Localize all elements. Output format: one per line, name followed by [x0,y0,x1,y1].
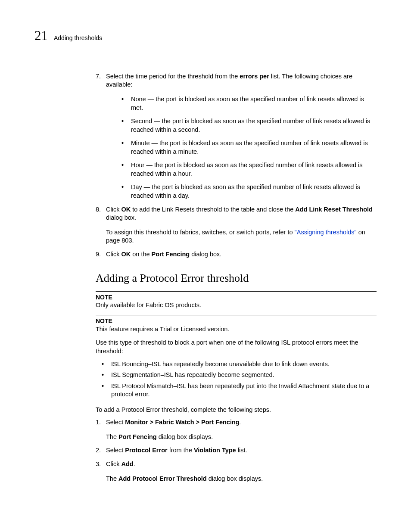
bold-text: Monitor > Fabric Watch > Port Fencing [125,419,239,426]
bold-text: OK [121,251,131,258]
text: on the [131,251,151,258]
step-8: 8. Click OK to add the Link Resets thres… [96,205,377,245]
note-label: NOTE [96,317,377,325]
step-followup: To assign this threshold to fabrics, swi… [106,228,377,245]
step-marker: 9. [96,250,101,259]
text: Select [106,447,125,454]
time-period-options: None — the port is blocked as soon as th… [121,95,377,200]
proc-step-3: 3. Click Add. The Add Protocol Error Thr… [96,460,377,483]
step-marker: 8. [96,205,101,214]
list-item: Second — the port is blocked as soon as … [121,117,377,134]
bold-text: Protocol Error [125,447,167,454]
isl-error-list: ISL Bouncing–ISL has repeatedly become u… [102,360,377,399]
list-item: ISL Bouncing–ISL has repeatedly become u… [102,360,377,369]
bold-text: Add Protocol Error Threshold [118,475,207,482]
content-column: 7. Select the time period for the thresh… [96,72,377,483]
chapter-number: 21 [34,27,48,45]
bold-text: errors per [240,73,269,80]
bold-text: Violation Type [194,447,236,454]
italic-text: . [240,419,241,426]
step-text: Click Add. [106,460,377,469]
paragraph: To add a Protocol Error threshold, compl… [96,406,377,414]
step-9: 9. Click OK on the Port Fencing dialog b… [96,250,377,259]
proc-step-2: 2. Select Protocol Error from the Violat… [96,446,377,455]
note-rule [96,291,377,292]
text: dialog box displays. [207,475,263,482]
step-followup: The Add Protocol Error Threshold dialog … [106,475,377,483]
step-followup: The Port Fencing dialog box displays. [106,433,377,442]
procedure-steps-list: 1. Select Monitor > Fabric Watch > Port … [96,418,377,483]
note-text: This feature requires a Trial or License… [96,325,377,334]
text: to add the Link Resets threshold to the … [131,206,295,213]
text: dialog box. [190,251,221,258]
step-7: 7. Select the time period for the thresh… [96,72,377,200]
text: dialog box. [106,214,136,221]
text: Click [106,460,121,467]
list-item: None — the port is blocked as soon as th… [121,95,377,112]
step-text: Select Protocol Error from the Violation… [106,446,377,455]
continued-steps-list: 7. Select the time period for the thresh… [96,72,377,259]
text: Click [106,206,121,213]
note-rule [96,315,377,315]
section-heading: Adding a Protocol Error threshold [96,271,377,286]
note-label: NOTE [96,293,377,302]
text: Select the time period for the threshold… [106,73,240,80]
step-marker: 2. [96,446,101,455]
step-marker: 3. [96,460,101,469]
page: 21 Adding thresholds 7. Select the time … [0,0,411,532]
text: Select [106,419,125,426]
cross-reference-link[interactable]: "Assigning thresholds" [295,229,357,236]
step-text: Click OK to add the Link Resets threshol… [106,205,377,222]
note-block: NOTE Only available for Fabric OS produc… [96,291,377,310]
step-marker: 1. [96,418,101,427]
text: To assign this threshold to fabrics, swi… [106,229,295,236]
step-text: Click OK on the Port Fencing dialog box. [106,250,377,259]
bold-text: Add [121,460,133,467]
text: list. [236,447,247,454]
list-item: ISL Protocol Mismatch–ISL has been repea… [102,382,377,399]
text: The [106,475,118,482]
text: Click [106,251,121,258]
bold-text: Port Fencing [118,433,157,440]
note-block: NOTE This feature requires a Trial or Li… [96,315,377,333]
proc-step-1: 1. Select Monitor > Fabric Watch > Port … [96,418,377,441]
list-item: Day — the port is blocked as soon as the… [121,183,377,200]
step-text: Select Monitor > Fabric Watch > Port Fen… [106,418,377,427]
text: from the [168,447,194,454]
step-marker: 7. [96,72,101,81]
text: The [106,433,118,440]
list-item: Minute — the port is blocked as soon as … [121,139,377,156]
text: dialog box displays. [157,433,213,440]
paragraph: Use this type of threshold to block a po… [96,339,377,355]
list-item: ISL Segmentation–ISL has repeatedly beco… [102,371,377,380]
bold-text: Add Link Reset Threshold [295,206,373,213]
list-item: Hour — the port is blocked as soon as th… [121,161,377,178]
text: . [134,460,135,467]
chapter-title: Adding thresholds [54,34,102,42]
bold-text: OK [121,206,131,213]
note-text: Only available for Fabric OS products. [96,301,377,310]
step-text: Select the time period for the threshold… [106,72,377,89]
running-header: 21 Adding thresholds [34,27,377,45]
bold-text: Port Fencing [152,251,190,258]
